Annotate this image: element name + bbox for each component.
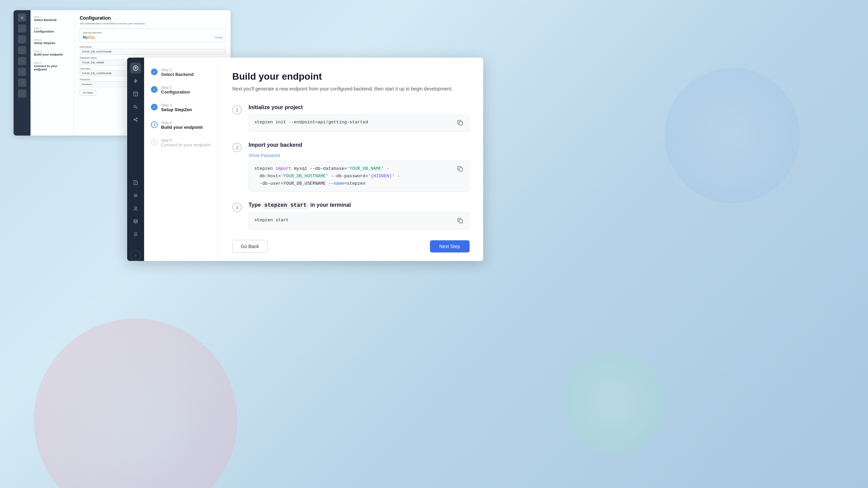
sidebar: › (127, 58, 144, 261)
content-step-1: 1 Initialize your project stepzen init -… (232, 104, 470, 132)
old-step-1: Step 1 Select Backend (34, 15, 71, 22)
sidebar-icon-share[interactable] (130, 114, 141, 125)
step-1-text: Step 1 Select Backend (161, 68, 212, 77)
copy-icon (457, 120, 463, 126)
code-hidden-string: '{HIDDEN}' (368, 174, 394, 179)
bg-decoration-3 (563, 352, 665, 454)
content-step-1-title: Initialize your project (249, 104, 470, 110)
step-2-label: Configuration (161, 89, 212, 95)
step3-title-suffix: in your terminal (309, 202, 351, 208)
old-selected-backend-box: Selected Backend MySQL Change (80, 28, 225, 42)
sidebar-expand-button[interactable]: › (130, 250, 141, 261)
import-copy-button[interactable] (456, 165, 464, 174)
old-step-2-number: Step 2 (34, 27, 71, 30)
step-5-number-text: 5 (153, 141, 155, 144)
code-user-plain: YOUR_DB_USERNAME (283, 181, 326, 186)
sidebar-bottom (130, 177, 141, 245)
old-hostname-input[interactable] (80, 49, 225, 55)
old-step-5: Step 5 Connect to your endpoint (34, 61, 71, 71)
import-code-text: stepzen import mysql --db-database='YOUR… (254, 165, 453, 187)
old-step-5-label: Connect to your endpoint (34, 64, 71, 71)
code-plain-1: stepzen (254, 166, 275, 171)
copy-icon-2 (457, 166, 463, 172)
sidebar-icon-table[interactable] (130, 88, 141, 99)
step-4-text: Step 4 Build your endpoint (161, 121, 212, 130)
bg-decoration-2 (665, 68, 800, 203)
step-5-indicator: 5 (151, 139, 158, 146)
sidebar-icon-settings[interactable] (130, 229, 141, 240)
content-step-1-number: 1 (232, 105, 242, 115)
go-back-button[interactable]: Go Back (232, 240, 268, 253)
sidebar-icon-book[interactable] (130, 177, 141, 188)
step-4-number: Step 4 (161, 121, 212, 125)
step-item-5: 5 Step 5 Connect to your endpoint (151, 138, 212, 147)
step-item-3: ✓ Step 3 Setup StepZen (151, 103, 212, 112)
code-plain-2: mysql --db-database= (291, 166, 347, 171)
step-1-indicator: ✓ (151, 68, 158, 75)
start-copy-button[interactable] (456, 217, 464, 225)
old-step-1-label: Select Backend (34, 18, 71, 22)
show-password-link[interactable]: Show Password (249, 153, 280, 158)
sidebar-icon-grid[interactable] (130, 63, 141, 74)
content-step-1-body: Initialize your project stepzen init --e… (249, 104, 470, 132)
code-hostname-string: 'YOUR_DB_HOSTNAME' (281, 174, 328, 179)
step-item-1: ✓ Step 1 Select Backend (151, 68, 212, 77)
step-5-text: Step 5 Connect to your endpoint (161, 138, 212, 147)
step-2-check: ✓ (153, 88, 156, 92)
old-book-icon: · (18, 68, 26, 76)
old-key-icon: · (18, 46, 26, 54)
step-4-indicator: 4 (151, 121, 158, 128)
step-5-label: Connect to your endpoint (161, 142, 212, 147)
page-subtitle: Next you'll generate a new endpoint from… (232, 85, 470, 93)
content-step-2-title: Import your backend (249, 142, 470, 148)
sidebar-icon-lightning[interactable] (130, 76, 141, 86)
step-2-indicator: ✓ (151, 86, 158, 93)
step-item-4: 4 Step 4 Build your endpoint (151, 121, 212, 130)
old-step-5-number: Step 5 (34, 61, 71, 64)
old-steps-panel: Step 1 Select Backend Step 2 Configurati… (31, 10, 75, 136)
svg-point-5 (134, 105, 136, 107)
sidebar-icon-database[interactable] (130, 216, 141, 227)
code-name-flag: name (334, 181, 344, 186)
old-step-2: Step 2 Configuration (34, 27, 71, 33)
step-3-indicator: ✓ (151, 104, 158, 110)
sidebar-icon-key[interactable] (130, 101, 141, 112)
content-step-3-title: Type stepzen start in your terminal (249, 202, 470, 208)
step-1-label: Select Backend (161, 72, 212, 77)
code-import-keyword: import (275, 166, 291, 171)
copy-icon-3 (457, 218, 463, 224)
step-4-label: Build your endpoint (161, 125, 212, 130)
content-step-3: 3 Type stepzen start in your terminal st… (232, 202, 470, 230)
old-grid-icon: ⊞ (18, 14, 26, 22)
sidebar-icon-person[interactable] (130, 203, 141, 214)
svg-rect-21 (459, 220, 462, 223)
old-tag-icon: · (18, 89, 26, 98)
content-step-2: 2 Import your backend Show Password step… (232, 142, 470, 192)
bg-decoration-1 (34, 319, 237, 488)
step-1-number: Step 1 (161, 68, 212, 72)
code-plain-7: =stepzen (344, 181, 365, 186)
content-step-3-body: Type stepzen start in your terminal step… (249, 202, 470, 230)
content-step-2-body: Import your backend Show Password stepze… (249, 142, 470, 192)
import-code-block: stepzen import mysql --db-database='YOUR… (249, 161, 470, 192)
old-step-4-label: Build your endpoint (34, 53, 71, 56)
old-step-2-label: Configuration (34, 30, 71, 33)
init-code-block: stepzen init --endpoint=api/getting-star… (249, 115, 470, 132)
code-plain-6: -- (326, 181, 334, 186)
old-step-3: Step 3 Setup StepZen (34, 38, 71, 45)
step-2-number: Step 2 (161, 85, 212, 89)
page-title: Build your endpoint (232, 71, 470, 82)
old-step-4: Step 4 Build your endpoint (34, 50, 71, 56)
init-copy-button[interactable] (456, 119, 464, 127)
svg-point-15 (134, 220, 137, 221)
step-3-text: Step 3 Setup StepZen (161, 103, 212, 112)
old-change-button[interactable]: Change (214, 36, 222, 39)
svg-rect-20 (459, 168, 462, 171)
sidebar-icon-list[interactable] (130, 190, 141, 201)
step-4-number-text: 4 (153, 123, 155, 127)
old-backend-row: MySQL Change (83, 35, 222, 39)
old-step-1-number: Step 1 (34, 15, 71, 18)
old-go-back-button[interactable]: Go Back (80, 90, 96, 96)
old-user-icon: · (18, 24, 26, 33)
next-step-button[interactable]: Next Step (430, 240, 470, 252)
